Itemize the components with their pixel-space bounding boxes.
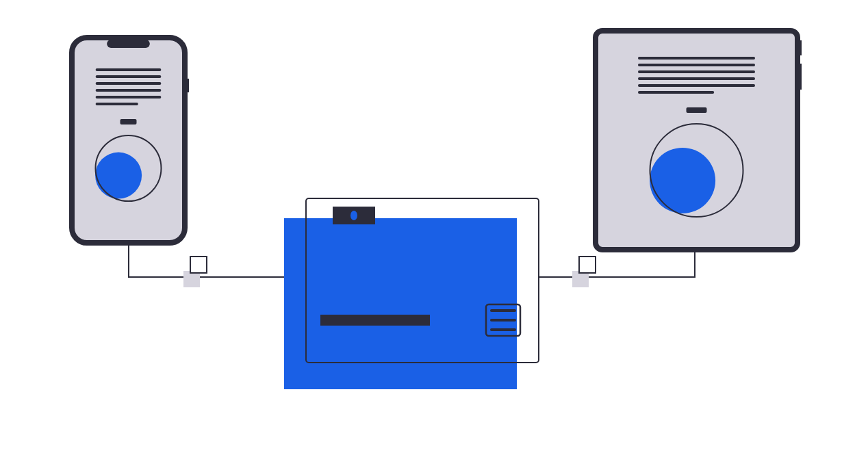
phone-device-content-line [96, 68, 162, 71]
tablet-device-content-line [638, 64, 755, 66]
tablet-device-accent-circle-icon [650, 148, 715, 213]
laptop-content-bar [320, 315, 430, 326]
phone-device [72, 38, 189, 243]
laptop-camera-lens-icon [350, 211, 357, 220]
tablet-device-side-button-icon [800, 40, 802, 55]
connector-left-node-outline [190, 257, 207, 273]
tablet-device-content-line [638, 57, 755, 60]
phone-device-side-button-icon [187, 79, 189, 92]
phone-device-content-line [96, 89, 162, 92]
tablet-device-content-line [638, 70, 755, 73]
phone-device-content-line [96, 96, 162, 99]
phone-device-button-icon [120, 119, 137, 124]
laptop-device [284, 198, 539, 389]
phone-device-content-line [96, 82, 162, 85]
phone-device-content-line [96, 75, 162, 78]
tablet-device-content-line [638, 91, 714, 94]
tablet-device-content-line [638, 77, 755, 80]
connector-left [129, 243, 306, 287]
phone-device-notch-icon [107, 40, 150, 48]
tablet-device [596, 31, 802, 250]
connector-right-node-outline [579, 257, 596, 273]
tablet-device-button-icon [687, 107, 707, 113]
diagram-stage [0, 0, 868, 472]
tablet-device-content-line [638, 84, 755, 87]
laptop-screen-fill [284, 218, 517, 389]
phone-device-accent-circle-icon [95, 153, 142, 199]
connector-right [539, 250, 695, 287]
tablet-device-side-button-icon [800, 64, 802, 90]
phone-device-content-line [96, 103, 138, 105]
